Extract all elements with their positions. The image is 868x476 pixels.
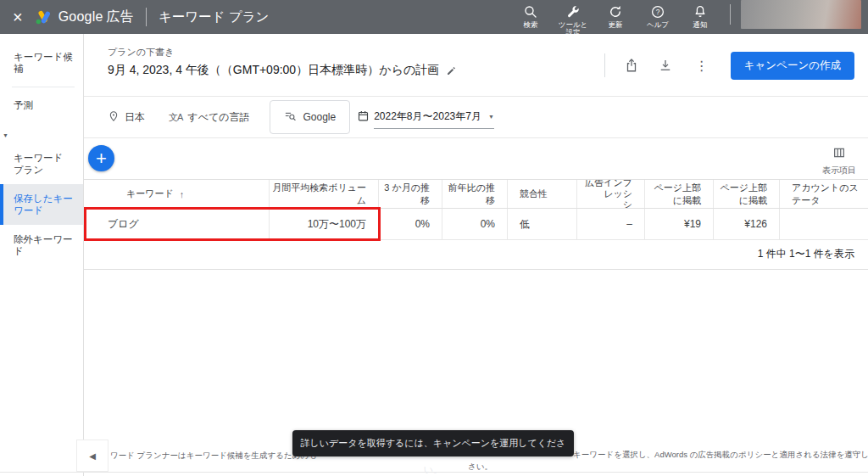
translate-icon: 文A <box>169 111 182 124</box>
location-pin-icon <box>108 110 120 125</box>
sidebar-divider <box>12 87 75 87</box>
notifications-button[interactable]: 通知 <box>679 0 721 29</box>
sidebar-item-keyword-plan-label: キーワード プラン <box>14 153 63 175</box>
column-header-yoy-change[interactable]: 前年比の推移 <box>442 180 508 208</box>
search-label: 検索 <box>524 21 538 30</box>
keyword-row[interactable]: ブログ 10万〜100万 0% 0% 低 – ¥19 ¥126 <box>84 209 868 240</box>
columns-toggle-label: 表示項目 <box>822 165 856 176</box>
column-header-top-of-page-low[interactable]: ページ上部に掲載 <box>645 180 714 208</box>
column-header-3month-change[interactable]: 3 か月の推移 <box>379 180 442 208</box>
sort-asc-icon: ↑ <box>180 189 185 199</box>
refresh-button[interactable]: 更新 <box>594 0 637 29</box>
sidebar-item-saved-keywords[interactable]: 保存したキーワード <box>0 184 83 225</box>
collapse-arrow-icon: ◀ <box>89 451 96 461</box>
refresh-icon <box>608 4 623 20</box>
search-button[interactable]: 検索 <box>509 0 552 29</box>
row-count-text: 1 件中 1〜1 件を表示 <box>758 247 854 261</box>
column-header-account-status[interactable]: アカウントのステータ <box>780 180 868 208</box>
plan-title-block: プランの下書き 9月 4, 2023, 4 午後（（GMT+09:00）日本標準… <box>108 46 457 78</box>
notifications-label: 通知 <box>693 21 708 30</box>
sidebar-item-forecast[interactable]: 予測 <box>0 91 83 120</box>
cell-keyword: ブログ <box>84 209 270 239</box>
sidebar-item-keyword-plan[interactable]: ▼ キーワード プラン <box>0 120 83 184</box>
svg-text:?: ? <box>656 8 660 16</box>
plan-title: 9月 4, 2023, 4 午後（（GMT+09:00）日本標準時）からの計画 <box>108 63 439 78</box>
add-keywords-button[interactable]: + <box>88 145 114 171</box>
date-range-filter[interactable]: 2022年8月〜2023年7月 ▼ <box>357 106 494 129</box>
help-label: ヘルプ <box>647 21 669 30</box>
column-header-keyword[interactable]: キーワード ↑ <box>84 180 270 208</box>
sidebar-item-keyword-ideas[interactable]: キーワード候補 <box>0 34 83 83</box>
topbar-divider <box>146 8 147 26</box>
topbar-account-divider <box>730 4 731 25</box>
cell-top-of-page-low: ¥19 <box>645 209 714 239</box>
column-header-ad-impression-share[interactable]: 広告インプレッシ シ <box>577 180 645 208</box>
network-filter-label: Google <box>303 111 336 123</box>
calendar-icon <box>357 109 370 126</box>
topbar-actions: 検索 ツールと 設定 更新 <box>509 0 868 37</box>
page-title: キーワード プラン <box>159 8 270 26</box>
columns-icon <box>832 146 846 163</box>
collapse-panel-button[interactable]: ◀ <box>76 440 108 472</box>
bell-icon <box>693 4 708 20</box>
language-filter[interactable]: 文A すべての言語 <box>169 110 249 125</box>
search-icon <box>523 4 538 20</box>
location-filter[interactable]: 日本 <box>108 110 145 125</box>
plan-header: プランの下書き 9月 4, 2023, 4 午後（（GMT+09:00）日本標準… <box>84 34 868 97</box>
edit-pencil-icon[interactable] <box>446 65 457 76</box>
filter-bar: 日本 文A すべての言語 Google <box>84 97 868 138</box>
cell-account-status <box>780 209 868 239</box>
cell-ad-impression-share: – <box>577 209 645 239</box>
keywords-table: キーワード ↑ 月間平均検索ボリューム 3 か月の推移 前年比の推移 競合性 広… <box>84 179 868 240</box>
plan-overline: プランの下書き <box>108 46 457 59</box>
sidebar: キーワード候補 予測 ▼ キーワード プラン 保存したキーワード 除外キーワード <box>0 34 84 476</box>
create-campaign-button[interactable]: キャンペーンの作成 <box>731 52 854 80</box>
tools-settings-button[interactable]: ツールと 設定 <box>552 0 594 37</box>
chevron-down-icon: ▼ <box>3 130 8 142</box>
sidebar-item-negative-keywords[interactable]: 除外キーワード <box>0 225 83 266</box>
network-filter[interactable]: Google <box>270 100 350 134</box>
refresh-label: 更新 <box>609 21 623 30</box>
columns-toggle[interactable]: 表示項目 <box>822 146 856 176</box>
google-ads-logo-icon <box>34 8 52 26</box>
table-header-row: キーワード ↑ 月間平均検索ボリューム 3 か月の推移 前年比の推移 競合性 広… <box>84 179 868 209</box>
toast-message: 詳しいデータを取得するには、キャンペーンを運用してください。 <box>292 430 574 456</box>
help-button[interactable]: ? ヘルプ <box>637 0 679 29</box>
location-filter-label: 日本 <box>125 110 145 125</box>
table-end-divider <box>84 269 868 270</box>
topbar: × Google広告 キーワード プラン 検索 <box>0 0 868 34</box>
cell-top-of-page-high: ¥126 <box>714 209 780 239</box>
brand-name: Google広告 <box>58 8 134 26</box>
google-ads-keyword-plan-screen: × Google広告 キーワード プラン 検索 <box>0 0 868 476</box>
cell-yoy-change: 0% <box>442 209 508 239</box>
footer-disclaimer-left: ワード プランナーはキーワード候補を生成するためのも <box>110 451 317 462</box>
column-header-keyword-label: キーワード <box>126 188 174 200</box>
account-info-redacted[interactable] <box>741 0 861 29</box>
plan-actions-divider <box>604 53 605 77</box>
wrench-icon <box>565 4 581 20</box>
download-button[interactable] <box>658 58 673 73</box>
column-header-top-of-page-high[interactable]: ページ上部に掲載 <box>714 180 780 208</box>
dropdown-arrow-icon: ▼ <box>488 114 494 120</box>
close-icon[interactable]: × <box>13 8 23 25</box>
plan-header-actions: ⋮ キャンペーンの作成 <box>604 34 854 97</box>
more-vert-icon[interactable]: ⋮ <box>692 58 712 74</box>
cell-avg-monthly-searches: 10万〜100万 <box>270 209 379 239</box>
share-button[interactable] <box>624 58 639 73</box>
date-range-label: 2022年8月〜2023年7月 <box>374 109 481 124</box>
column-header-avg-monthly-searches[interactable]: 月間平均検索ボリューム <box>270 180 379 208</box>
language-filter-label: すべての言語 <box>187 110 249 125</box>
cell-competition: 低 <box>508 209 577 239</box>
column-header-competition[interactable]: 競合性 <box>508 180 577 208</box>
help-icon: ? <box>650 4 665 20</box>
cell-3month-change: 0% <box>379 209 442 239</box>
footer-disclaimer-right: キーワードを選択し、AdWords の広告掲載のポリシーと適用される法律を遵守し… <box>573 450 868 461</box>
search-network-icon <box>284 109 297 125</box>
